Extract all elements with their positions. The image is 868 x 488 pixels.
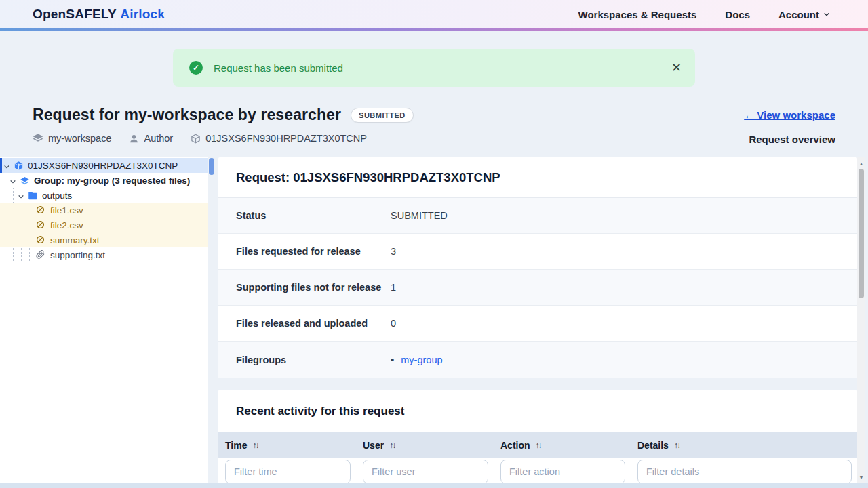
request-detail-rows: Status SUBMITTED Files requested for rel… <box>218 198 857 378</box>
sort-icon[interactable]: ↑↓ <box>252 441 258 450</box>
tree-item-request-root[interactable]: 01JSXS6FN930HRPDAZT3X0TCNP <box>0 158 208 173</box>
user-icon <box>129 134 139 144</box>
tree-item-file2[interactable]: file2.csv <box>0 218 208 232</box>
package-icon <box>14 161 24 171</box>
request-meta-row: my-workspace Author 01JSXS6FN930HRPDAZT3… <box>33 133 367 144</box>
chevron-down-icon[interactable] <box>3 162 10 169</box>
page-title-row: Request for my-workspace by researcher S… <box>33 106 414 124</box>
logo-secondary: Airlock <box>120 7 165 21</box>
bullet: • <box>391 354 394 365</box>
scroll-down-arrow-icon[interactable]: ▼ <box>857 472 865 482</box>
request-card-header: Request: 01JSXS6FN930HRPDAZT3X0TCNP <box>218 157 857 198</box>
view-workspace-link[interactable]: ← View workspace <box>744 109 835 121</box>
column-header-details[interactable]: Details ↑↓ <box>631 432 857 458</box>
folder-icon <box>28 190 38 201</box>
column-header-time[interactable]: Time ↑↓ <box>218 432 356 458</box>
activity-card-header: Recent activity for this request <box>218 390 857 432</box>
scrollbar-thumb[interactable] <box>859 169 864 298</box>
nav-docs[interactable]: Docs <box>725 9 750 20</box>
column-header-action[interactable]: Action ↑↓ <box>494 432 631 458</box>
tree-item-file1[interactable]: file1.csv <box>0 203 208 218</box>
nav-account-menu[interactable]: Account <box>778 9 830 20</box>
file-tree-sidebar: 01JSXS6FN930HRPDAZT3X0TCNP Group: my-gro… <box>0 157 208 483</box>
sort-icon[interactable]: ↑↓ <box>536 441 541 450</box>
activity-card-title: Recent activity for this request <box>236 405 404 418</box>
activity-filter-row <box>218 458 857 484</box>
package-icon <box>191 134 201 144</box>
filegroup-link[interactable]: my-group <box>401 354 442 365</box>
nav-workspaces-requests[interactable]: Workspaces & Requests <box>578 9 697 20</box>
detail-row-supporting-files: Supporting files not for release 1 <box>218 270 857 306</box>
file-tree: 01JSXS6FN930HRPDAZT3X0TCNP Group: my-gro… <box>0 157 208 262</box>
file-restricted-icon <box>36 220 46 230</box>
paperclip-icon <box>36 250 46 260</box>
alert-message: Request has been submitted <box>214 62 343 74</box>
check-circle-icon: ✓ <box>189 61 203 75</box>
sort-icon[interactable]: ↑↓ <box>389 441 395 450</box>
file-restricted-icon <box>36 205 46 216</box>
logo-primary: OpenSAFELY <box>33 7 117 21</box>
tree-item-summary[interactable]: summary.txt <box>0 232 208 247</box>
scroll-up-arrow-icon[interactable]: ▲ <box>857 159 865 168</box>
sort-icon[interactable]: ↑↓ <box>674 441 679 450</box>
chevron-down-icon[interactable] <box>9 177 16 184</box>
request-detail-card: Request: 01JSXS6FN930HRPDAZT3X0TCNP Stat… <box>218 157 857 378</box>
file-restricted-icon <box>36 235 46 245</box>
top-navbar: OpenSAFELY Airlock Workspaces & Requests… <box>0 0 868 30</box>
tree-item-group[interactable]: Group: my-group (3 requested files) <box>0 173 208 188</box>
activity-table-header: Time ↑↓ User ↑↓ Action ↑↓ Details ↑↓ <box>218 432 857 458</box>
meta-request-id: 01JSXS6FN930HRPDAZT3X0TCNP <box>191 133 367 144</box>
status-badge: SUBMITTED <box>351 108 414 123</box>
filter-action-input[interactable] <box>500 460 625 484</box>
meta-author: Author <box>129 133 173 144</box>
close-icon[interactable]: ✕ <box>671 62 682 74</box>
sidebar-scrollbar-thumb[interactable] <box>209 158 214 175</box>
page-title: Request for my-workspace by researcher <box>33 106 341 124</box>
request-card-title: Request: 01JSXS6FN930HRPDAZT3X0TCNP <box>236 170 500 185</box>
success-alert: ✓ Request has been submitted ✕ <box>173 49 695 87</box>
main-scrollbar[interactable]: ▲ ▼ <box>857 157 865 483</box>
tree-item-supporting[interactable]: supporting.txt <box>0 247 208 262</box>
detail-row-filegroups: Filegroups • my-group <box>218 342 857 378</box>
column-header-user[interactable]: User ↑↓ <box>356 432 494 458</box>
detail-row-files-requested: Files requested for release 3 <box>218 234 857 270</box>
meta-workspace: my-workspace <box>33 133 111 144</box>
tree-item-outputs-folder[interactable]: outputs <box>0 188 208 203</box>
main-nav: Workspaces & Requests Docs Account <box>578 9 830 20</box>
request-overview-label: Request overview <box>749 134 835 145</box>
filter-user-input[interactable] <box>363 460 488 484</box>
chevron-down-icon[interactable] <box>18 192 24 199</box>
layers-icon <box>33 133 43 144</box>
detail-row-files-released: Files released and uploaded 0 <box>218 306 857 342</box>
chevron-down-icon <box>823 11 830 18</box>
recent-activity-card: Recent activity for this request Time ↑↓… <box>218 390 857 488</box>
filter-details-input[interactable] <box>637 460 852 484</box>
layers-icon <box>20 176 30 186</box>
filter-time-input[interactable] <box>225 460 351 484</box>
bottom-strip <box>0 483 868 488</box>
detail-row-status: Status SUBMITTED <box>218 198 857 234</box>
app-logo[interactable]: OpenSAFELY Airlock <box>33 7 165 22</box>
